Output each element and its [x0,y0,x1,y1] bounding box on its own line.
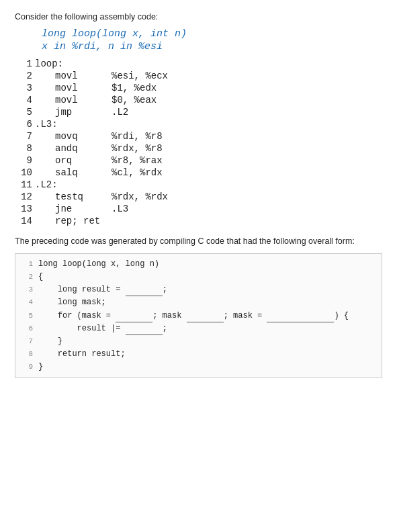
asm-args [109,58,382,70]
func-sig-line1: long loop(long x, int n) [42,28,382,40]
asm-line-num: 4 [15,94,35,106]
asm-args [109,215,382,227]
asm-instruction: movq [35,130,109,142]
c-line-8: 8 return result; [21,348,376,361]
c-line-9: 9 } [21,361,376,373]
c-line-num-9: 9 [21,361,33,373]
intro-text: Consider the following assembly code: [15,12,382,21]
following-text: The preceding code was generated by comp… [15,235,382,248]
c-code-text-5: for (mask = ; mask ; mask = ) { [38,310,349,322]
c-line-num-6: 6 [21,323,33,335]
table-row: 1loop: [15,58,382,70]
table-row: 13jne.L3 [15,203,382,215]
asm-instruction: movl [35,94,109,106]
asm-line-num: 3 [15,82,35,94]
asm-instruction: jne [35,203,109,215]
table-row: 4movl$0, %eax [15,94,382,106]
asm-args [109,179,382,191]
asm-instruction: andq [35,142,109,154]
asm-line-num: 1 [15,58,35,70]
function-signature: long loop(long x, int n) x in %rdi, n in… [15,28,382,52]
asm-instruction: jmp [35,106,109,118]
table-row: 5jmp.L2 [15,106,382,118]
asm-line-num: 2 [15,70,35,82]
asm-line-num: 10 [15,167,35,179]
asm-args: .L2 [109,106,382,118]
asm-instruction: salq [35,167,109,179]
asm-instruction: .L3: [35,118,109,130]
func-sig-line2: x in %rdi, n in %esi [42,41,382,52]
asm-instruction: movl [35,82,109,94]
c-line-6: 6 result |= ; [21,322,376,335]
c-code-text-7: } [38,335,62,348]
table-row: 9orq%r8, %rax [15,154,382,167]
c-line-2: 2 { [21,271,376,283]
assembly-table: 1loop:2movl%esi, %ecx3movl$1, %edx4movl$… [15,58,382,227]
asm-instruction: .L2: [35,179,109,191]
asm-line-num: 9 [15,154,35,167]
table-row: 8andq%rdx, %r8 [15,142,382,154]
c-line-num-5: 5 [21,310,33,322]
table-row: 11.L2: [15,179,382,191]
table-row: 12testq%rdx, %rdx [15,191,382,203]
c-code-text-1: long loop(long x, long n) [38,258,159,271]
table-row: 14rep; ret [15,215,382,227]
asm-args: %r8, %rax [109,154,382,167]
asm-line-num: 11 [15,179,35,191]
table-row: 10salq%cl, %rdx [15,167,382,179]
c-code-text-2: { [38,271,43,283]
asm-args: %rdi, %r8 [109,130,382,142]
asm-line-num: 5 [15,106,35,118]
asm-args: %rdx, %r8 [109,142,382,154]
c-line-3: 3 long result = ; [21,283,376,296]
c-code-box: 1 long loop(long x, long n) 2 { 3 long r… [15,253,382,379]
asm-instruction: rep; ret [35,215,109,227]
c-line-4: 4 long mask; [21,296,376,309]
asm-instruction: testq [35,191,109,203]
asm-args: %rdx, %rdx [109,191,382,203]
c-line-num-8: 8 [21,349,33,361]
asm-args: .L3 [109,203,382,215]
asm-instruction: loop: [35,58,109,70]
asm-line-num: 13 [15,203,35,215]
c-line-num-3: 3 [21,284,33,296]
c-line-7: 7 } [21,335,376,348]
asm-line-num: 6 [15,118,35,130]
asm-line-num: 14 [15,215,35,227]
asm-line-num: 8 [15,142,35,154]
asm-instruction: movl [35,70,109,82]
asm-args [109,118,382,130]
table-row: 7movq%rdi, %r8 [15,130,382,142]
c-line-num-1: 1 [21,259,33,271]
asm-line-num: 7 [15,130,35,142]
c-code-text-6: result |= ; [38,322,167,335]
table-row: 6.L3: [15,118,382,130]
table-row: 3movl$1, %edx [15,82,382,94]
c-line-num-4: 4 [21,297,33,309]
asm-line-num: 12 [15,191,35,203]
asm-args: %cl, %rdx [109,167,382,179]
c-code-text-8: return result; [38,348,126,361]
table-row: 2movl%esi, %ecx [15,70,382,82]
c-code-text-9: } [38,361,43,373]
c-line-1: 1 long loop(long x, long n) [21,258,376,271]
asm-args: %esi, %ecx [109,70,382,82]
c-line-5: 5 for (mask = ; mask ; mask = ) { [21,310,376,322]
c-code-text-3: long result = ; [38,283,167,296]
c-line-num-7: 7 [21,336,33,348]
c-line-num-2: 2 [21,271,33,283]
asm-args: $1, %edx [109,82,382,94]
asm-args: $0, %eax [109,94,382,106]
asm-instruction: orq [35,154,109,167]
c-code-text-4: long mask; [38,296,106,309]
